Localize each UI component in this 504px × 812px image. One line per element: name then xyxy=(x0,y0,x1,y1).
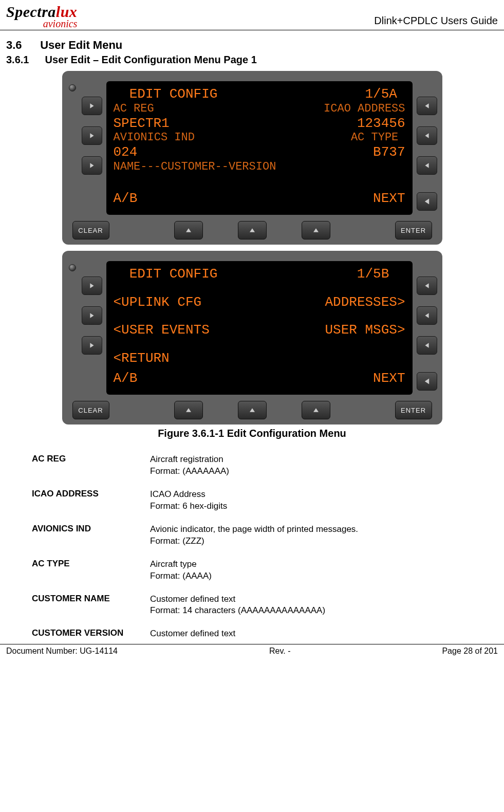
logo-sub: avionics xyxy=(6,19,77,29)
field-name: AC TYPE xyxy=(32,559,150,582)
display-screen-b: EDIT CONFIG 1/5B <UPLINK CFG ADDRESSES> … xyxy=(106,261,413,395)
screen-page: 1/5A xyxy=(365,86,405,102)
field-name: CUSTOMER VERSION xyxy=(32,628,150,640)
left-softkey-1[interactable] xyxy=(82,97,102,115)
right-softkey-2[interactable] xyxy=(417,126,437,145)
ac-type-label: AC TYPE xyxy=(351,131,405,144)
logo: Spectralux avionics xyxy=(6,4,77,29)
page-footer: Document Number: UG-14114 Rev. - Page 28… xyxy=(0,644,504,661)
addresses-option: ADDRESSES> xyxy=(325,294,405,310)
return-option: <RETURN xyxy=(114,350,170,366)
field-description: Customer defined textFormat: 14 characte… xyxy=(150,594,325,617)
field-description: Customer defined text xyxy=(150,628,235,640)
subsection-title: User Edit – Edit Configuration Menu Page… xyxy=(45,54,257,65)
svg-marker-6 xyxy=(424,198,428,204)
left-softkey-3[interactable] xyxy=(82,156,102,175)
subsection-number: 3.6.1 xyxy=(6,54,42,66)
ac-type-value: B737 xyxy=(373,144,405,160)
device-panel-b: EDIT CONFIG 1/5B <UPLINK CFG ADDRESSES> … xyxy=(62,251,442,425)
svg-marker-16 xyxy=(424,378,428,384)
back-softkey[interactable] xyxy=(417,372,437,391)
left-softkey-3[interactable] xyxy=(82,336,102,355)
up-arrow-button-3[interactable] xyxy=(302,221,330,239)
svg-marker-18 xyxy=(250,408,255,412)
right-softkey-1[interactable] xyxy=(417,97,437,115)
user-events-option: <USER EVENTS xyxy=(114,322,210,338)
svg-marker-14 xyxy=(425,313,428,318)
footer-revision: Rev. - xyxy=(269,647,290,656)
figure-caption: Figure 3.6.1-1 Edit Configuration Menu xyxy=(6,428,498,439)
right-softkey-3[interactable] xyxy=(417,336,437,355)
svg-marker-15 xyxy=(425,343,428,348)
svg-marker-1 xyxy=(90,133,94,138)
screen-title: EDIT CONFIG xyxy=(114,86,218,102)
ac-reg-value: SPECTR1 xyxy=(114,116,170,132)
svg-marker-2 xyxy=(90,163,94,168)
up-arrow-button-1[interactable] xyxy=(174,221,203,239)
led-column xyxy=(67,81,78,215)
svg-marker-17 xyxy=(186,408,191,412)
clear-button[interactable]: CLEAR xyxy=(72,401,109,419)
svg-marker-10 xyxy=(90,283,94,288)
section-heading: 3.6 User Edit Menu xyxy=(6,39,498,52)
right-softkey-3[interactable] xyxy=(417,156,437,175)
up-arrow-button-1[interactable] xyxy=(174,401,203,419)
field-name: AC REG xyxy=(32,454,150,477)
enter-button[interactable]: ENTER xyxy=(395,401,432,419)
next-option: NEXT xyxy=(373,371,405,386)
field-name: CUSTOMER NAME xyxy=(32,594,150,617)
svg-marker-9 xyxy=(313,228,319,232)
subsection-heading: 3.6.1 User Edit – Edit Configuration Men… xyxy=(6,54,498,66)
icao-value: 123456 xyxy=(357,116,405,132)
svg-marker-12 xyxy=(90,343,94,348)
svg-marker-3 xyxy=(425,103,428,108)
section-title: User Edit Menu xyxy=(40,39,122,51)
field-row: AVIONICS IND Avionic indicator, the page… xyxy=(32,524,498,547)
field-row: ICAO ADDRESS ICAO AddressFormat: 6 hex-d… xyxy=(32,489,498,512)
left-softkey-2[interactable] xyxy=(82,126,102,145)
enter-button[interactable]: ENTER xyxy=(395,221,432,239)
clear-button[interactable]: CLEAR xyxy=(72,221,109,239)
up-arrow-button-3[interactable] xyxy=(302,401,330,419)
display-screen-a: EDIT CONFIG 1/5A AC REG ICAO ADDRESS SPE… xyxy=(106,81,413,215)
avionics-ind-value: 024 xyxy=(114,144,138,160)
right-softkey-2[interactable] xyxy=(417,306,437,325)
field-row: CUSTOMER NAME Customer defined textForma… xyxy=(32,594,498,617)
field-description: Aircraft registrationFormat: (AAAAAAA) xyxy=(150,454,229,477)
right-softkey-1[interactable] xyxy=(417,276,437,295)
user-msgs-option: USER MSGS> xyxy=(325,322,405,338)
left-softkeys xyxy=(82,261,102,395)
status-led-icon xyxy=(69,84,76,91)
field-name: ICAO ADDRESS xyxy=(32,489,150,512)
avionics-ind-label: AVIONICS IND xyxy=(114,131,195,144)
led-column xyxy=(67,261,78,395)
field-row: AC TYPE Aircraft typeFormat: (AAAA) xyxy=(32,559,498,582)
right-softkeys xyxy=(417,261,437,395)
footer-page-number: Page 28 of 201 xyxy=(442,647,498,656)
svg-marker-19 xyxy=(313,408,319,412)
screen-page: 1/5B xyxy=(357,266,405,282)
field-description: Avionic indicator, the page width of pri… xyxy=(150,524,358,547)
uplink-cfg-option: <UPLINK CFG xyxy=(114,294,202,310)
section-number: 3.6 xyxy=(6,39,37,52)
svg-marker-13 xyxy=(425,283,428,288)
field-name: AVIONICS IND xyxy=(32,524,150,547)
field-definitions: AC REG Aircraft registrationFormat: (AAA… xyxy=(32,454,498,640)
screen-title: EDIT CONFIG xyxy=(114,266,218,282)
svg-marker-4 xyxy=(425,133,428,138)
field-description: ICAO AddressFormat: 6 hex-digits xyxy=(150,489,227,512)
svg-marker-11 xyxy=(90,313,94,318)
svg-marker-8 xyxy=(250,228,255,232)
svg-marker-7 xyxy=(186,228,191,232)
document-title: Dlink+CPDLC Users Guide xyxy=(374,15,498,29)
name-customer-version-row: NAME---CUSTOMER--VERSION xyxy=(114,160,276,174)
up-arrow-button-2[interactable] xyxy=(238,401,267,419)
field-row: AC REG Aircraft registrationFormat: (AAA… xyxy=(32,454,498,477)
device-panel-a: EDIT CONFIG 1/5A AC REG ICAO ADDRESS SPE… xyxy=(62,71,442,245)
logo-main: Spectralux xyxy=(6,4,77,20)
left-softkey-2[interactable] xyxy=(82,306,102,325)
field-row: CUSTOMER VERSION Customer defined text xyxy=(32,628,498,640)
up-arrow-button-2[interactable] xyxy=(238,221,267,239)
back-softkey[interactable] xyxy=(417,192,437,211)
left-softkey-1[interactable] xyxy=(82,276,102,295)
